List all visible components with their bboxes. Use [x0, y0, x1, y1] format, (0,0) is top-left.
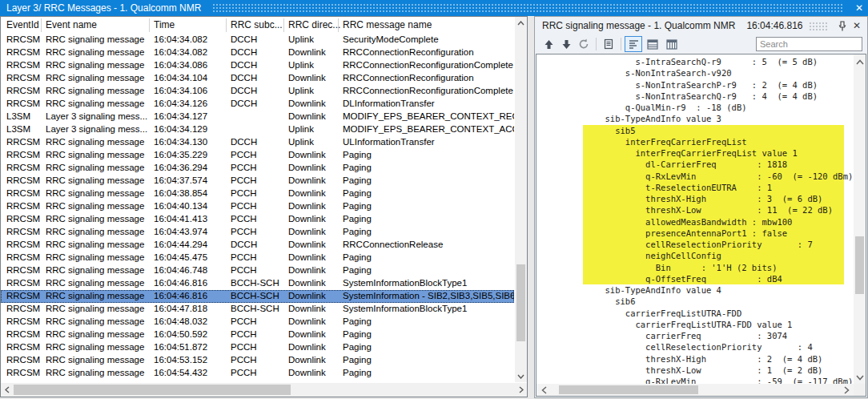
cell-c5: Downlink: [288, 304, 339, 313]
scrollbar-thumb[interactable]: [516, 264, 525, 341]
cell-c1: RRCSM: [6, 163, 42, 172]
table-row[interactable]: RRCSMRRC signaling message16:04:34.126DC…: [1, 98, 514, 111]
message-line: neighCellConfig: [549, 250, 854, 261]
grid-vertical-scrollbar[interactable]: [515, 17, 527, 382]
signaling-message-panel: RRC signaling message - 1. Qualcomm NMR …: [534, 16, 868, 398]
column-header-eventname[interactable]: Event name: [46, 19, 97, 30]
table-row[interactable]: RRCSMRRC signaling message16:04:43.974PC…: [1, 226, 514, 239]
table-row[interactable]: RRCSMRRC signaling message16:04:47.818BC…: [1, 303, 514, 316]
column-divider[interactable]: [41, 18, 42, 32]
cell-c2: RRC signaling message: [46, 175, 151, 185]
column-header-eventid[interactable]: EventId: [6, 19, 39, 30]
cell-c2: RRC signaling message: [46, 265, 151, 275]
table-row[interactable]: RRCSMRRC signaling message16:04:37.574PC…: [1, 175, 514, 187]
table-row[interactable]: RRCSMRRC signaling message16:04:40.134PC…: [1, 200, 514, 213]
scroll-left-icon[interactable]: [538, 384, 549, 396]
cell-c3: 16:04:34.129: [154, 124, 227, 134]
down-arrow-icon[interactable]: [557, 36, 575, 52]
titlebar-drag-dots[interactable]: [212, 3, 842, 13]
table-row[interactable]: L3SMLayer 3 signaling mess...16:04:34.12…: [1, 111, 514, 123]
cell-c5: Downlink: [288, 252, 339, 262]
panel-close-icon[interactable]: ✕: [850, 19, 864, 32]
view-table-icon[interactable]: [644, 36, 661, 52]
table-row[interactable]: RRCSMRRC signaling message16:04:55.992PC…: [1, 380, 514, 382]
grid-horizontal-scrollbar[interactable]: [1, 383, 527, 397]
table-row[interactable]: RRCSMRRC signaling message16:04:46.816BC…: [1, 277, 514, 290]
column-header-time[interactable]: Time: [154, 19, 175, 30]
table-row[interactable]: L3SMLayer 3 signaling mess...16:04:34.12…: [1, 123, 514, 136]
table-row[interactable]: RRCSMRRC signaling message16:04:34.104DC…: [1, 72, 514, 85]
view-text-icon[interactable]: [625, 36, 642, 52]
table-row[interactable]: RRCSMRRC signaling message16:04:46.748PC…: [1, 264, 514, 277]
scroll-up-icon[interactable]: [854, 56, 866, 67]
scrollbar-thumb[interactable]: [855, 236, 864, 294]
column-header-subchannel[interactable]: RRC subc...: [231, 19, 283, 30]
column-divider[interactable]: [338, 18, 339, 32]
table-row[interactable]: RRCSMRRC signaling message16:04:41.413PC…: [1, 213, 514, 226]
table-row[interactable]: RRCSMRRC signaling message16:04:36.294PC…: [1, 162, 514, 175]
cell-c2: RRC signaling message: [46, 150, 151, 159]
scrollbar-thumb[interactable]: [559, 385, 698, 394]
message-line: cellReselectionPriority : 4: [549, 341, 854, 353]
copy-document-icon[interactable]: [600, 36, 617, 52]
table-row[interactable]: RRCSMRRC signaling message16:04:51.872PC…: [1, 341, 514, 354]
table-row[interactable]: RRCSMRRC signaling message16:04:34.106DC…: [1, 85, 514, 98]
table-row[interactable]: RRCSMRRC signaling message16:04:48.032PC…: [1, 316, 514, 328]
scroll-right-icon[interactable]: [515, 383, 527, 397]
cell-c3: 16:04:34.086: [154, 60, 227, 70]
up-arrow-icon[interactable]: [540, 36, 557, 52]
cell-c2: RRC signaling message: [46, 342, 151, 352]
cell-c2: RRC signaling message: [46, 381, 151, 382]
scroll-right-icon[interactable]: [841, 384, 852, 396]
table-row[interactable]: RRCSMRRC signaling message16:04:35.229PC…: [1, 149, 514, 162]
window-close-icon[interactable]: ✕: [850, 0, 868, 16]
table-row[interactable]: RRCSMRRC signaling message16:04:38.854PC…: [1, 187, 514, 200]
detail-horizontal-scrollbar[interactable]: [536, 384, 854, 396]
cell-c6: Paging: [343, 175, 514, 185]
message-line: dl-CarrierFreq : 1818: [549, 159, 854, 170]
table-row[interactable]: RRCSMRRC signaling message16:04:34.082DC…: [1, 34, 514, 46]
table-row[interactable]: RRCSMRRC signaling message16:04:34.082DC…: [1, 46, 514, 59]
cell-c1: RRCSM: [6, 188, 42, 198]
search-input[interactable]: [757, 39, 868, 49]
scroll-down-icon[interactable]: [515, 370, 527, 382]
column-divider[interactable]: [149, 18, 150, 32]
table-row[interactable]: RRCSMRRC signaling message16:04:46.816BC…: [1, 290, 514, 303]
cell-c1: L3SM: [6, 111, 42, 121]
column-divider[interactable]: [283, 18, 284, 32]
scroll-left-icon[interactable]: [1, 383, 13, 397]
table-row[interactable]: RRCSMRRC signaling message16:04:50.592PC…: [1, 328, 514, 341]
cell-c4: BCCH-SCH: [231, 304, 284, 313]
message-line: carrierFreq : 3074: [549, 330, 854, 341]
refresh-icon[interactable]: [575, 36, 593, 52]
cell-c6: Paging: [343, 368, 514, 377]
message-line: q-QualMin-r9 : -18 (dB): [549, 102, 854, 113]
cell-c6: Paging: [343, 188, 514, 198]
column-header-direction[interactable]: RRC direc...: [288, 19, 340, 30]
panel-drag-dots[interactable]: [809, 22, 829, 30]
cell-c6: Paging: [343, 316, 514, 326]
column-divider[interactable]: [226, 18, 227, 32]
cell-c1: RRCSM: [6, 73, 42, 83]
cell-c3: 16:04:48.032: [154, 316, 227, 326]
table-row[interactable]: RRCSMRRC signaling message16:04:54.432PC…: [1, 367, 514, 380]
cell-c2: RRC signaling message: [46, 304, 151, 313]
table-row[interactable]: RRCSMRRC signaling message16:04:44.294DC…: [1, 239, 514, 252]
cell-c4: DCCH: [231, 34, 284, 44]
scroll-down-icon[interactable]: [854, 372, 866, 383]
detail-vertical-scrollbar[interactable]: [854, 54, 866, 385]
pin-icon[interactable]: [835, 19, 850, 32]
table-row[interactable]: RRCSMRRC signaling message16:04:45.475PC…: [1, 252, 514, 264]
cell-c1: RRCSM: [6, 381, 42, 382]
cell-c6: SystemInformationBlockType1: [343, 304, 514, 313]
table-row[interactable]: RRCSMRRC signaling message16:04:34.130DC…: [1, 136, 514, 149]
table-row[interactable]: RRCSMRRC signaling message16:04:34.086DC…: [1, 59, 514, 72]
scroll-up-icon[interactable]: [515, 17, 527, 29]
grid-rows: RRCSMRRC signaling message16:04:34.082DC…: [1, 34, 514, 382]
column-header-message[interactable]: RRC message name: [343, 19, 432, 30]
table-row[interactable]: RRCSMRRC signaling message16:04:53.152PC…: [1, 354, 514, 367]
scrollbar-thumb[interactable]: [14, 385, 291, 395]
cell-c2: RRC signaling message: [46, 316, 151, 326]
view-columns-icon[interactable]: [663, 36, 681, 52]
cell-c5: Downlink: [288, 163, 339, 172]
